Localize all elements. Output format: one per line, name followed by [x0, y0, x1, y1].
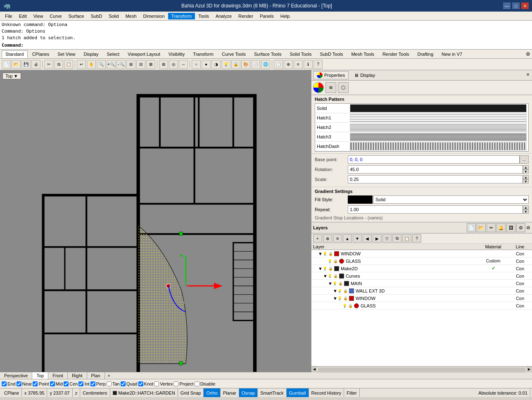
- color-btn[interactable]: 🎨: [241, 60, 250, 69]
- menu-analyze[interactable]: Analyze: [212, 13, 235, 19]
- tab-solid-tools[interactable]: Solid Tools: [286, 50, 315, 58]
- snap-near-checkbox[interactable]: [17, 381, 21, 386]
- gl-btn[interactable]: 🌐: [261, 60, 270, 69]
- snap-vertex[interactable]: Vertex: [154, 381, 173, 386]
- snap-int[interactable]: Int: [78, 381, 89, 386]
- hatch-solid-row[interactable]: Solid: [315, 104, 528, 113]
- help-btn[interactable]: ?: [314, 60, 323, 69]
- layer-color-swatch-curves[interactable]: [339, 274, 344, 279]
- fill-style-select[interactable]: Solid: [373, 195, 529, 204]
- layer-color-swatch-main[interactable]: [344, 281, 349, 286]
- copy-btn[interactable]: ⧉: [54, 60, 63, 69]
- rotation-down-btn[interactable]: ▼: [523, 169, 529, 174]
- layer-row-curves[interactable]: ▼ 💡 🔒 Curves Con: [311, 272, 532, 280]
- move-btn[interactable]: ↔: [179, 60, 188, 69]
- menu-edit[interactable]: Edit: [16, 13, 30, 19]
- snap-cen[interactable]: Cen: [64, 381, 78, 386]
- cplane-indicator[interactable]: CPlane: [2, 388, 22, 397]
- snap-project-checkbox[interactable]: [173, 381, 178, 386]
- zoom-all-btn[interactable]: ⊠: [146, 60, 155, 69]
- tab-display[interactable]: 🖥 Display: [350, 71, 379, 79]
- layer-btn[interactable]: ≡: [294, 60, 303, 69]
- pan-btn[interactable]: ✋: [87, 60, 96, 69]
- layers-hscrollbar[interactable]: [318, 367, 525, 371]
- layer-add-sub-btn[interactable]: ⊕: [323, 234, 332, 243]
- layer-settings-btn[interactable]: ⚙: [516, 223, 525, 232]
- scale-input[interactable]: [348, 175, 523, 183]
- tab-render-tools[interactable]: Render Tools: [379, 50, 413, 58]
- layer-bulb-icon[interactable]: 💡: [328, 259, 332, 264]
- scale-up-btn[interactable]: ▲: [523, 175, 529, 179]
- menu-mesh[interactable]: Mesh: [122, 13, 140, 19]
- command-input[interactable]: [25, 43, 530, 48]
- layer-row-wall-ext[interactable]: ▼ 💡 🔒 WALL EXT 3D Con: [311, 287, 532, 295]
- snap-quad-checkbox[interactable]: [121, 381, 126, 386]
- layer-add-btn[interactable]: +: [313, 234, 322, 243]
- snap-end-checkbox[interactable]: [2, 381, 7, 386]
- gumball-btn[interactable]: Gumball: [287, 388, 309, 397]
- hatch1-row[interactable]: Hatch1: [315, 113, 528, 123]
- layer-indicator[interactable]: Make2D::HATCH::GARDEN: [110, 388, 178, 397]
- tab-transform[interactable]: Transform: [189, 50, 217, 58]
- layer-help-btn[interactable]: ?: [412, 234, 421, 243]
- wire-btn[interactable]: ○: [192, 60, 201, 69]
- light-btn[interactable]: 💡: [221, 60, 230, 69]
- snap-knot[interactable]: Knot: [138, 381, 154, 386]
- viewport[interactable]: Top ▼ x y: [0, 70, 311, 372]
- layer-bulb-icon[interactable]: 💡: [328, 274, 332, 279]
- hatchdash-row[interactable]: HatchDash: [315, 142, 528, 151]
- history-btn[interactable]: 🕐: [274, 60, 283, 69]
- snap-project[interactable]: Project: [173, 381, 193, 386]
- layer-color-swatch-make2d[interactable]: [334, 266, 339, 271]
- layer-delete-btn[interactable]: ✕: [333, 234, 342, 243]
- snap-knot-checkbox[interactable]: [138, 381, 143, 386]
- repeat-input[interactable]: [348, 205, 523, 214]
- view-tab-right[interactable]: Right: [68, 372, 87, 379]
- layer-filter-btn[interactable]: ▽: [382, 234, 392, 243]
- layer-lock-icon[interactable]: 🔒: [333, 274, 338, 279]
- layer-bulb-icon[interactable]: 💡: [337, 296, 342, 301]
- view-tab-perspective[interactable]: Perspective: [0, 372, 32, 379]
- tab-new-v7[interactable]: New in V7: [438, 50, 466, 58]
- menu-file[interactable]: File: [2, 13, 16, 19]
- layer-up-btn[interactable]: ▲: [343, 234, 352, 243]
- snap2-btn[interactable]: ⊕: [284, 60, 293, 69]
- layer-bell-btn[interactable]: 🔔: [496, 223, 506, 232]
- snap-point-checkbox[interactable]: [33, 381, 38, 386]
- filter-btn[interactable]: Filter: [344, 388, 359, 397]
- viewport-label[interactable]: Top ▼: [2, 73, 21, 79]
- mesh-btn[interactable]: ⬡: [338, 82, 349, 93]
- menu-panels[interactable]: Panels: [256, 13, 277, 19]
- texture-btn[interactable]: ≋: [325, 82, 336, 93]
- hatch-pattern-list[interactable]: Solid Hatch1 Hatch2 Hatch3 HatchDash: [315, 103, 529, 152]
- view-tab-plan[interactable]: Plan: [87, 372, 105, 379]
- prop-btn[interactable]: ℹ: [304, 60, 313, 69]
- layer-lock-icon[interactable]: 🔒: [338, 281, 343, 286]
- layer-lock-icon[interactable]: 🔒: [343, 296, 348, 301]
- layer-paste-btn[interactable]: 📋: [402, 234, 411, 243]
- snap-grid-btn[interactable]: ⊞: [159, 60, 168, 69]
- layer-bulb-icon[interactable]: 💡: [323, 251, 328, 256]
- ortho-btn[interactable]: Ortho: [204, 388, 221, 397]
- tab-mesh-tools[interactable]: Mesh Tools: [347, 50, 378, 58]
- snap-mid-checkbox[interactable]: [50, 381, 55, 386]
- layer-bulb-icon[interactable]: 💡: [332, 281, 337, 286]
- grid-snap-btn[interactable]: Grid Snap: [178, 388, 204, 397]
- close-button[interactable]: ✕: [521, 2, 529, 9]
- snap-tan[interactable]: Tan: [107, 381, 120, 386]
- minimize-button[interactable]: —: [503, 2, 511, 9]
- snap-int-checkbox[interactable]: [78, 381, 83, 386]
- menu-solid[interactable]: Solid: [105, 13, 122, 19]
- record-history-btn[interactable]: Record History: [309, 388, 344, 397]
- open-btn[interactable]: 📂: [12, 60, 21, 69]
- paste-btn[interactable]: 📋: [64, 60, 73, 69]
- snap-obj-btn[interactable]: ◎: [169, 60, 178, 69]
- snap-perp-checkbox[interactable]: [90, 381, 95, 386]
- layer-lock-icon[interactable]: 🔒: [333, 259, 338, 264]
- snap-disable-checkbox[interactable]: [195, 381, 200, 386]
- layer-new-btn[interactable]: 📄: [467, 223, 476, 232]
- snap-mid[interactable]: Mid: [50, 381, 63, 386]
- layer-row-window-nested[interactable]: ▼ 💡 🔒 WINDOW Con: [311, 295, 532, 302]
- add-view-btn[interactable]: +: [105, 372, 113, 379]
- tab-properties[interactable]: Properties: [313, 71, 349, 79]
